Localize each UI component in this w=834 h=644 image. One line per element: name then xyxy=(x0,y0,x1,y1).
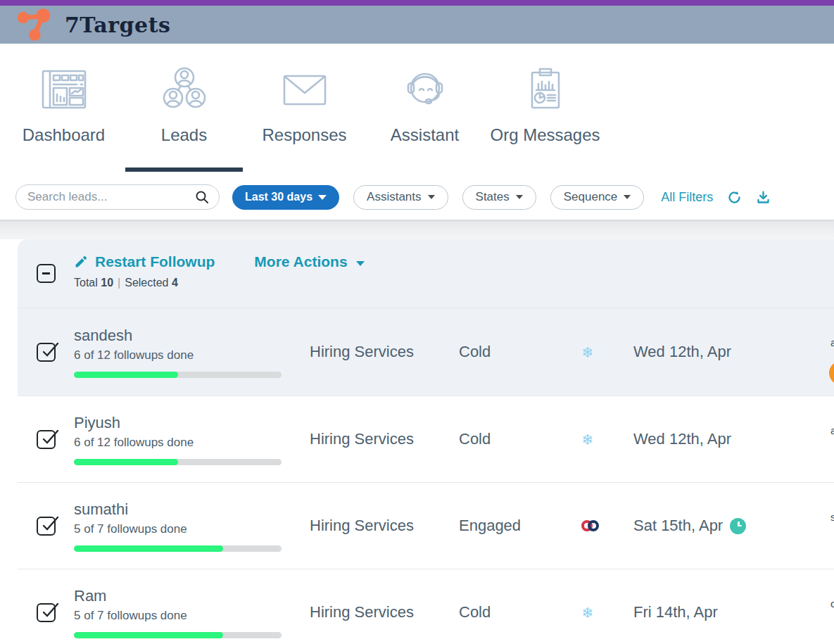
brand-name: 7Targets xyxy=(65,13,170,37)
selection-summary: Total 10|Selected 4 xyxy=(74,277,365,289)
lead-state: Cold xyxy=(459,343,581,361)
nav-item-leads[interactable]: Leads xyxy=(124,44,244,175)
nav-label: Org Messages xyxy=(490,125,600,145)
chevron-down-icon xyxy=(624,195,631,199)
top-accent-bar xyxy=(0,0,834,6)
row-checkbox[interactable] xyxy=(37,430,56,449)
row-checkbox[interactable] xyxy=(37,603,56,622)
states-dropdown[interactable]: States xyxy=(462,185,536,210)
headset-person-icon xyxy=(400,65,450,114)
report-document-icon xyxy=(521,65,570,114)
search-icon[interactable] xyxy=(195,190,209,204)
lead-date: Fri 14th, Apr xyxy=(633,603,834,621)
chevron-down-icon xyxy=(516,195,523,199)
pencil-icon xyxy=(74,255,88,269)
lead-state: Cold xyxy=(459,603,581,621)
row-checkbox[interactable] xyxy=(37,343,56,362)
restart-followup-button[interactable]: Restart Followup xyxy=(74,253,215,270)
all-filters-link[interactable]: All Filters xyxy=(661,190,713,205)
followups-status: 5 of 7 followups done xyxy=(74,609,310,623)
table-header: Restart Followup More Actions Total 10|S… xyxy=(18,239,834,308)
check-icon xyxy=(39,514,61,535)
date-range-label: Last 30 days xyxy=(245,191,312,203)
nav-item-dashboard[interactable]: Dashboard xyxy=(4,44,124,175)
row-checkbox[interactable] xyxy=(37,517,56,536)
lead-state: Cold xyxy=(459,430,581,448)
lead-date: Wed 12th, Apr xyxy=(633,430,834,448)
select-all-checkbox[interactable] xyxy=(37,264,56,283)
followup-progress-bar xyxy=(74,459,282,465)
search-input[interactable] xyxy=(27,190,195,204)
sequence-dropdown[interactable]: Sequence xyxy=(550,185,645,210)
clock-icon xyxy=(730,518,746,534)
sequence-name: Hiring Services xyxy=(310,517,459,535)
table-row[interactable]: Piyush 6 of 12 followups done Hiring Ser… xyxy=(18,396,834,482)
followups-status: 6 of 12 followups done xyxy=(74,348,310,362)
section-divider xyxy=(0,220,834,239)
lead-name[interactable]: sandesh xyxy=(74,327,310,345)
download-icon[interactable] xyxy=(756,190,771,205)
truncated-column-text: s xyxy=(830,511,834,523)
lead-date: Wed 12th, Apr xyxy=(633,343,834,361)
brand-header: 7Targets xyxy=(0,6,834,44)
chevron-down-icon xyxy=(428,195,435,199)
more-actions-button[interactable]: More Actions xyxy=(254,253,364,270)
assistants-dropdown[interactable]: Assistants xyxy=(353,185,448,210)
nav-item-responses[interactable]: Responses xyxy=(244,44,365,175)
followup-progress-bar xyxy=(74,545,282,552)
total-count: 10 xyxy=(101,277,113,289)
snowflake-icon: ❄ xyxy=(581,605,594,620)
nav-item-assistant[interactable]: Assistant xyxy=(365,44,485,175)
refresh-icon[interactable] xyxy=(727,190,742,205)
snowflake-icon: ❄ xyxy=(581,432,594,447)
truncated-column-text: c xyxy=(830,598,834,610)
lead-name[interactable]: sumathi xyxy=(74,500,310,519)
lead-date: Sat 15th, Apr xyxy=(633,517,834,535)
followups-status: 5 of 7 followups done xyxy=(74,522,310,536)
chevron-down-icon xyxy=(318,195,327,200)
date-range-dropdown[interactable]: Last 30 days xyxy=(232,185,339,210)
followups-status: 6 of 12 followups done xyxy=(74,436,310,450)
envelope-icon xyxy=(280,65,329,114)
main-navigation: Dashboard Leads Responses xyxy=(0,44,834,175)
table-row[interactable]: sumathi 5 of 7 followups done Hiring Ser… xyxy=(18,482,834,569)
nav-label: Responses xyxy=(262,125,346,145)
nav-label: Assistant xyxy=(391,125,459,145)
table-row[interactable]: Ram 5 of 7 followups done Hiring Service… xyxy=(18,569,834,644)
lead-state: Engaged xyxy=(459,517,581,535)
nav-label: Leads xyxy=(161,125,207,145)
check-icon xyxy=(39,427,61,448)
dashboard-icon xyxy=(39,65,89,114)
check-icon xyxy=(39,340,61,361)
lead-name[interactable]: Piyush xyxy=(74,414,310,432)
leads-icon xyxy=(160,65,209,114)
avatar xyxy=(829,361,834,385)
selected-count: 4 xyxy=(172,277,178,289)
filter-bar: Last 30 days Assistants States Sequence … xyxy=(0,175,834,220)
restart-followup-label: Restart Followup xyxy=(95,253,215,270)
linked-rings-icon xyxy=(581,520,602,532)
table-row[interactable]: sandesh 6 of 12 followups done Hiring Se… xyxy=(18,308,834,396)
nav-label: Dashboard xyxy=(23,125,105,145)
followup-progress-bar xyxy=(74,632,282,638)
snowflake-icon: ❄ xyxy=(581,345,594,360)
more-actions-label: More Actions xyxy=(254,253,347,270)
nav-item-org-messages[interactable]: Org Messages xyxy=(485,44,605,175)
chevron-down-icon xyxy=(356,261,365,266)
assistants-label: Assistants xyxy=(367,190,421,204)
truncated-column-text: a xyxy=(830,424,834,436)
check-icon xyxy=(39,600,61,621)
7targets-logo-icon xyxy=(15,8,61,42)
truncated-column-text: a xyxy=(830,336,834,348)
lead-name[interactable]: Ram xyxy=(74,587,310,605)
bulk-actions-toolbar: Restart Followup More Actions Total 10|S… xyxy=(74,239,365,308)
sequence-name: Hiring Services xyxy=(310,343,459,361)
sequence-name: Hiring Services xyxy=(310,603,459,621)
active-tab-underline xyxy=(125,168,243,172)
sequence-name: Hiring Services xyxy=(310,430,459,448)
sequence-label: Sequence xyxy=(564,190,618,204)
search-leads-field[interactable] xyxy=(15,184,220,210)
leads-table: Restart Followup More Actions Total 10|S… xyxy=(18,239,834,644)
followup-progress-bar xyxy=(74,372,282,378)
states-label: States xyxy=(476,190,510,204)
